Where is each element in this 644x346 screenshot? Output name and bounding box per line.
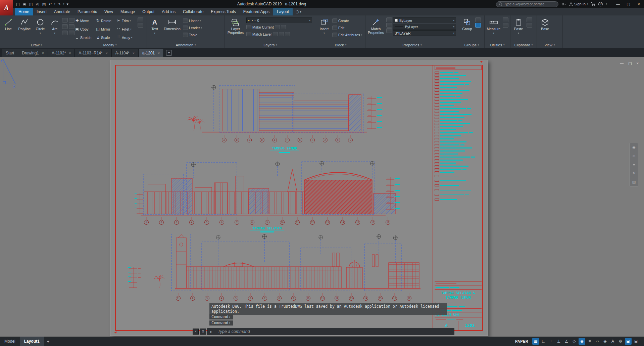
saveas-icon[interactable]: ◰ <box>34 2 40 7</box>
ribbon-tab-add-ins[interactable]: Add-ins <box>158 8 179 15</box>
object-color-select[interactable]: ByLayer▾ <box>393 17 456 23</box>
ribbon-tab-express-tools[interactable]: Express Tools <box>207 8 239 15</box>
ribbon-tab-output[interactable]: Output <box>139 8 158 15</box>
paste-button[interactable]: Paste ▼ <box>511 16 526 42</box>
redo-icon[interactable]: ↷ <box>56 2 62 7</box>
ribbon-tab-insert[interactable]: Insert <box>33 8 50 15</box>
tool-icon[interactable] <box>138 17 143 22</box>
undo-icon[interactable]: ↶ <box>47 2 53 7</box>
drawing-close-icon[interactable]: × <box>637 61 639 66</box>
command-customize-icon[interactable]: ⚙ <box>200 329 206 335</box>
layer-properties-button[interactable]: Layer Properties <box>226 16 245 42</box>
close-tab-icon[interactable]: × <box>133 51 135 55</box>
close-button[interactable]: × <box>634 0 644 8</box>
insert-flyout-icon[interactable]: ▼ <box>323 31 325 35</box>
circle-button[interactable]: Circle ▼ <box>33 16 47 42</box>
tool-icon[interactable] <box>62 31 68 35</box>
insert-button[interactable]: Insert ▼ <box>317 16 331 42</box>
ribbon-tab-home[interactable]: Home <box>15 8 33 15</box>
drawing-minimize-icon[interactable]: — <box>620 61 624 66</box>
text-button[interactable]: A Text ▼ <box>148 16 161 42</box>
lineweight-icon[interactable]: ≡ <box>586 338 593 345</box>
line-button[interactable]: Line <box>1 16 16 42</box>
group-edit-icon[interactable] <box>475 23 481 28</box>
restore-button[interactable]: ▢ <box>623 0 634 8</box>
text-flyout-icon[interactable]: ▼ <box>154 31 156 35</box>
ribbon-tab-featured-apps[interactable]: Featured Apps <box>240 8 273 15</box>
minimize-button[interactable]: — <box>613 0 623 8</box>
tool-icon[interactable] <box>527 23 532 28</box>
measure-flyout-icon[interactable]: ▼ <box>493 31 495 35</box>
tool-icon[interactable] <box>386 23 392 28</box>
workspace-gear-icon[interactable]: ⚙ <box>617 338 624 345</box>
panel-block-footer[interactable]: Block▾ <box>316 42 365 48</box>
leader-button[interactable]: Leader▾ <box>183 25 219 31</box>
panel-groups-footer[interactable]: Groups▾ <box>459 42 484 48</box>
base-button[interactable]: Base <box>538 16 552 42</box>
tool-icon[interactable] <box>62 18 68 23</box>
copy-button[interactable]: ▣Copy <box>74 27 95 31</box>
annotation-monitor-icon[interactable]: ▣ <box>625 338 632 345</box>
help-icon[interactable]: ? <box>598 2 603 6</box>
polyline-button[interactable]: Polyline <box>17 16 32 42</box>
file-tab-start[interactable]: Start <box>2 49 18 57</box>
dimension-button[interactable]: Dimension <box>162 16 182 42</box>
plot-icon[interactable]: ▤ <box>41 2 47 7</box>
tool-icon[interactable] <box>503 23 508 28</box>
edit-block-button[interactable]: Edit <box>332 25 363 31</box>
file-tab-drawing1[interactable]: Drawing1× <box>18 49 48 57</box>
tool-icon[interactable] <box>138 23 143 28</box>
panel-clipboard-footer[interactable]: Clipboard▾ <box>510 42 537 48</box>
arc-button[interactable]: Arc ▼ <box>48 16 61 42</box>
ribbon-tab-layout[interactable]: Layout <box>273 8 293 15</box>
file-tab-a-1103-r14-[interactable]: A-1103~R14*× <box>75 49 111 57</box>
new-layout-button[interactable]: + <box>44 339 53 344</box>
showmotion-icon[interactable]: ▤ <box>632 180 636 184</box>
tool-icon[interactable] <box>527 17 532 22</box>
panel-layers-footer[interactable]: Layers▾ <box>225 42 316 48</box>
drawing-restore-icon[interactable]: ▢ <box>628 61 632 66</box>
fillet-button[interactable]: ◠Fillet▾ <box>116 27 137 31</box>
close-tab-icon[interactable]: × <box>42 51 44 55</box>
create-block-button[interactable]: Create <box>332 17 363 24</box>
paste-flyout-icon[interactable]: ▼ <box>517 31 519 35</box>
group-button[interactable]: Group <box>460 16 474 42</box>
make-current-button[interactable]: Make Current <box>246 24 313 30</box>
isodraft-icon[interactable]: ◇ <box>571 338 578 345</box>
command-close-icon[interactable]: × <box>193 329 199 335</box>
clean-screen-icon[interactable]: ⊞ <box>633 338 639 345</box>
save-icon[interactable]: ◫ <box>28 2 34 7</box>
file-tab-a-1104-[interactable]: A-1104*× <box>112 49 139 57</box>
panel-draw-footer[interactable]: Draw▾ <box>0 42 73 48</box>
tool-icon[interactable] <box>62 24 68 29</box>
drawing-canvas[interactable]: ➤ ➤ <box>0 57 644 337</box>
ribbon-display-toggle[interactable]: ◯ ▾ <box>293 8 304 15</box>
qat-customize-icon[interactable]: ▾ <box>65 2 70 7</box>
stretch-button[interactable]: ↔Stretch <box>74 36 95 40</box>
snap-icon[interactable]: ∟ <box>540 338 547 345</box>
match-layer-button[interactable]: Match Layer <box>246 31 313 37</box>
osnap-icon[interactable]: ⊕ <box>579 338 585 345</box>
arc-flyout-icon[interactable]: ▼ <box>54 31 56 35</box>
new-drawing-tab-button[interactable]: + <box>166 50 172 56</box>
layout1-tab[interactable]: Layout1 <box>20 337 44 346</box>
full-navigation-wheel-icon[interactable]: ◉ <box>632 145 636 149</box>
ribbon-tab-manage[interactable]: Manage <box>117 8 139 15</box>
circle-flyout-icon[interactable]: ▼ <box>39 31 41 35</box>
tool-icon[interactable] <box>503 17 508 22</box>
file-tab-a-1201[interactable]: a-1201× <box>139 49 164 57</box>
sign-in-button[interactable]: Sign In ▾ <box>569 2 588 6</box>
array-button[interactable]: ⠿Array▾ <box>116 35 137 40</box>
transparency-icon[interactable]: ▱ <box>594 338 601 345</box>
table-button[interactable]: Table <box>183 32 219 38</box>
ribbon-tab-collaborate[interactable]: Collaborate <box>179 8 207 15</box>
panel-properties-footer[interactable]: Properties▾ <box>365 42 459 48</box>
lineweight-select[interactable]: ByLayer▾ <box>393 24 456 30</box>
command-input[interactable]: ▸ Type a command <box>207 328 454 335</box>
ribbon-tab-annotate[interactable]: Annotate <box>50 8 74 15</box>
mirror-button[interactable]: ◫Mirror <box>95 27 116 31</box>
ribbon-tab-view[interactable]: View <box>101 8 117 15</box>
panel-utilities-footer[interactable]: Utilities▾ <box>485 42 510 48</box>
linetype-select[interactable]: BYLAYER▾ <box>393 30 456 36</box>
trim-button[interactable]: ✂Trim▾ <box>116 18 137 23</box>
